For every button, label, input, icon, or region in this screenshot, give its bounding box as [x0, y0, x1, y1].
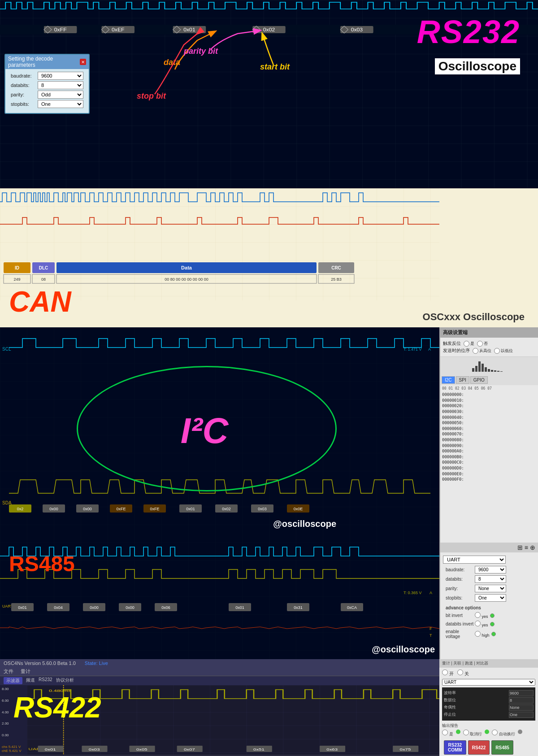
svg-text:0x01: 0x01	[18, 605, 27, 610]
rs422-on-radio[interactable]	[442, 669, 448, 675]
rs422-auto-radio[interactable]	[492, 730, 498, 735]
rs485-panel-top-icons: ⊞ ≡ ⊕	[440, 543, 538, 552]
i2c-data-row-9: 00000090:	[442, 443, 536, 449]
i2c-option1-no: 否	[477, 341, 488, 347]
databits-select[interactable]: 8	[38, 81, 83, 89]
can-section: ID DLC Data CRC 249 08 00 80 00 00 00 00…	[0, 188, 538, 327]
rs485-uart-select[interactable]: UART	[443, 556, 506, 564]
rs422-baudrate-param-label: 波特率	[444, 690, 456, 696]
decode-close-button[interactable]: ✕	[80, 59, 86, 65]
rs422-parity-param-label: 奇偶性	[444, 704, 456, 711]
rs422-parity-input[interactable]	[509, 704, 534, 711]
rs485-databits-select[interactable]: 8	[475, 575, 506, 583]
rs422-output-label: 输出报告	[442, 723, 458, 728]
i2c-option1-yes-radio[interactable]	[464, 341, 469, 347]
rs422-tab-scope[interactable]: 示波器	[4, 677, 22, 684]
rs422-settings-panel: 量计 | 关联 | 跑道 | 对比器 开 关 UART	[439, 659, 538, 756]
i2c-option1-no-radio[interactable]	[477, 341, 483, 347]
rs485-databits-label: databits:	[446, 577, 475, 582]
rs485-voltage-high-radio[interactable]	[475, 631, 481, 637]
can-waveform-svg: ID DLC Data CRC 249 08 00 80 00 00 00 00…	[0, 188, 439, 300]
rs422-tab-freq[interactable]: 频道	[26, 677, 35, 684]
rs485-databits-invert-yes: yes	[475, 621, 488, 627]
i2c-data-row-2: 00000020:	[442, 403, 536, 409]
svg-text:0x03: 0x03	[258, 507, 267, 511]
rs422-btn-rs485[interactable]: RS485	[491, 740, 513, 755]
rs422-menu-file[interactable]: 文件	[4, 668, 13, 675]
svg-rect-68	[485, 367, 487, 372]
svg-text:0x03: 0x03	[351, 27, 363, 32]
svg-text:0x02: 0x02	[222, 507, 231, 511]
stopbits-row: stopbits: One	[11, 100, 83, 108]
i2c-tab-gpio[interactable]: GPIO	[470, 376, 488, 384]
i2c-tab-i2c[interactable]: I2C	[442, 376, 455, 384]
i2c-tab-spi[interactable]: SPI	[456, 376, 469, 384]
i2c-data-row-d: 000000D0:	[442, 465, 536, 471]
rs422-stopbits-param-label: 停止位	[444, 712, 456, 718]
svg-rect-64	[472, 368, 474, 372]
rs485-parity-select[interactable]: None	[475, 585, 506, 592]
rs485-icon-1[interactable]: ⊞	[517, 544, 523, 551]
rs422-panel-topbar: 量计 | 关联 | 跑道 | 对比器	[439, 659, 538, 668]
baudrate-select[interactable]: 9600	[38, 72, 83, 80]
svg-text:0x0E: 0x0E	[294, 507, 303, 511]
i2c-data-row-5: 00000050:	[442, 420, 536, 426]
svg-rect-72	[497, 371, 499, 372]
rs422-output-cancel-radio[interactable]	[463, 730, 469, 735]
rs485-databits-invert-yes-radio[interactable]	[475, 621, 481, 626]
rs485-voltage-indicator	[491, 632, 496, 636]
rs422-baudrate-input[interactable]	[509, 690, 534, 696]
rs422-output-yes-radio[interactable]	[442, 730, 448, 735]
i2c-option2: 发送时的位序 从高位 以低位	[443, 348, 535, 354]
rs422-menu-calc[interactable]: 量计	[21, 668, 30, 675]
rs422-auto-label: 自动换行	[492, 730, 515, 737]
i2c-option2-label: 发送时的位序	[443, 348, 470, 354]
svg-text:0x01: 0x01	[186, 507, 195, 511]
svg-text:0xFE: 0xFE	[116, 507, 126, 511]
rs485-baudrate-select[interactable]: 9600	[475, 566, 506, 574]
rs422-output-yes: 是	[442, 730, 453, 737]
svg-text:A: A	[430, 591, 432, 595]
rs485-bitinvert-indicator	[490, 613, 495, 618]
rs232-subtitle: Oscilloscope	[435, 58, 520, 74]
rs422-databits-input[interactable]	[509, 697, 534, 704]
svg-text:0x00: 0x00	[49, 507, 58, 511]
rs422-protocol-select[interactable]: UART	[442, 679, 535, 686]
parity-select[interactable]: Odd	[38, 91, 83, 99]
rs422-off-radio[interactable]	[457, 669, 463, 675]
svg-text:0x00: 0x00	[126, 605, 134, 610]
rs422-tab-rs232[interactable]: RS232	[39, 677, 52, 684]
i2c-data-row-0: 00000000:	[442, 392, 536, 398]
svg-text:Data: Data	[181, 265, 192, 270]
rs485-stopbits-row: stopbits: One	[443, 593, 535, 603]
rs485-icon-3[interactable]: ⊕	[530, 544, 535, 551]
svg-text:0xFF: 0xFF	[54, 27, 67, 32]
rs232-section: 0xFF 0xEF 0x01 0x02 0x03 RS232 Oscillosc…	[0, 0, 538, 188]
svg-text:0xEF: 0xEF	[112, 27, 125, 32]
i2c-settings-panel: 高级设置端 触发反位 是 否 发送时的位序 从高位 以低位	[439, 327, 538, 543]
rs422-btn-rs422[interactable]: RS422	[468, 740, 490, 755]
svg-text:25 B3: 25 B3	[331, 277, 342, 282]
rs422-btn-rs232[interactable]: RS232COMM	[444, 740, 466, 755]
svg-text:0x75: 0x75	[400, 747, 411, 751]
rs422-output-green2	[485, 730, 489, 734]
i2c-lsb-radio[interactable]	[494, 348, 500, 354]
svg-text:0x06: 0x06	[161, 605, 170, 610]
i2c-protocol-tabs: I2C SPI GPIO	[440, 375, 538, 385]
databits-label: databits:	[11, 83, 38, 88]
i2c-msb-radio[interactable]	[473, 348, 478, 354]
rs422-dark-params: 波特率 数据位 奇偶性 停止位	[442, 687, 535, 721]
rs422-stopbits-input[interactable]	[509, 712, 534, 718]
rs485-icon-2[interactable]: ≡	[525, 544, 528, 551]
rs422-auto-indicator	[518, 730, 522, 734]
i2c-data-row-b: 000000B0:	[442, 454, 536, 460]
rs422-app-state: State: Live	[85, 660, 108, 666]
rs422-tab-protocol[interactable]: 协议分析	[56, 677, 74, 684]
rs485-settings-panel: ⊞ ≡ ⊕ UART baudrate: 9600 databits: 8	[439, 543, 538, 659]
stopbits-select[interactable]: One	[38, 100, 83, 108]
databits-row: databits: 8	[11, 81, 83, 89]
i2c-msb: 从高位	[473, 348, 491, 354]
rs485-bitinvert-yes-radio[interactable]	[475, 612, 481, 618]
rs422-off-label: 关	[457, 669, 469, 677]
rs485-stopbits-select[interactable]: One	[475, 594, 506, 602]
